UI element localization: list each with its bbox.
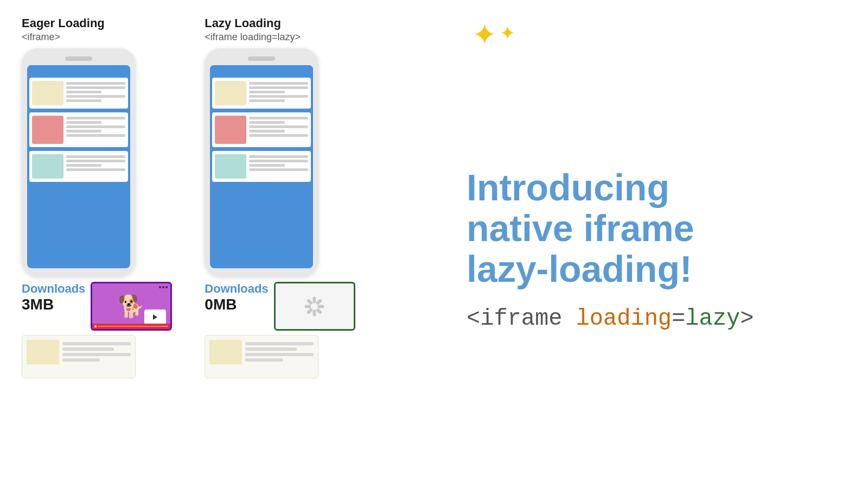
card-line	[66, 125, 125, 128]
lazy-label: Lazy Loading <iframe loading=lazy>	[205, 16, 355, 43]
code-iframe: <iframe	[467, 306, 576, 332]
card-image-1	[32, 81, 63, 105]
video-play-icon	[144, 309, 166, 325]
lazy-phone-mockup	[205, 48, 318, 276]
below-fold-line	[62, 358, 100, 362]
video-dots	[159, 286, 168, 288]
lazy-code: <iframe loading=lazy>	[205, 31, 355, 43]
right-section: Introducing native iframe lazy-loading! …	[434, 16, 846, 483]
card-line	[249, 117, 308, 119]
screen-card-3	[29, 151, 128, 182]
svg-rect-7	[307, 298, 314, 305]
below-fold-image-lazy	[209, 340, 242, 364]
lazy-downloads-text: Downloads 0MB	[205, 282, 268, 313]
eager-downloads-text: Downloads 3MB	[22, 282, 85, 313]
lazy-screen-card-2	[212, 112, 311, 147]
eager-title: Eager Loading	[22, 16, 172, 30]
below-fold-line	[245, 353, 314, 356]
lazy-loading-column: Lazy Loading <iframe loading=lazy>	[205, 16, 355, 483]
lazy-card-image-3	[215, 154, 246, 179]
headline-line1: Introducing	[467, 167, 669, 208]
card-image-2	[32, 116, 63, 144]
card-lines-3	[66, 154, 125, 171]
card-line	[66, 86, 125, 89]
headline-line3: lazy-loading!	[467, 248, 692, 289]
screen-top-bar-lazy	[210, 65, 313, 75]
card-line	[66, 168, 125, 171]
screen-top-bar	[27, 65, 130, 75]
code-lazy: lazy	[685, 306, 740, 332]
eager-downloads-label: Downloads	[22, 282, 85, 296]
svg-rect-5	[307, 307, 314, 314]
lazy-downloads-section: Downloads 0MB	[205, 282, 355, 331]
dog-icon: 🐕	[118, 294, 145, 319]
eager-loading-column: Eager Loading <iframe>	[22, 16, 172, 483]
card-line	[66, 95, 125, 98]
card-line	[249, 160, 308, 162]
below-fold-line	[245, 342, 314, 345]
eager-phone-mockup	[22, 48, 136, 276]
svg-rect-2	[318, 305, 324, 308]
lazy-card-image-1	[215, 81, 246, 105]
card-line	[249, 91, 284, 93]
sparkle-icon: ✦✦	[472, 17, 513, 52]
lazy-downloads-label: Downloads	[205, 282, 268, 296]
eager-below-fold-card	[22, 335, 136, 378]
below-fold-image-eager	[27, 340, 59, 364]
headline-text: Introducing native iframe lazy-loading!	[467, 167, 846, 289]
card-line	[249, 86, 308, 89]
below-fold-line	[245, 348, 297, 351]
screen-card-2	[29, 112, 128, 147]
left-section: Eager Loading <iframe>	[22, 16, 434, 483]
lazy-phone-screen	[210, 65, 313, 268]
svg-rect-3	[316, 307, 323, 314]
code-loading: loading	[576, 306, 672, 332]
card-line	[66, 99, 101, 102]
card-line	[249, 155, 308, 158]
svg-rect-0	[313, 296, 316, 303]
code-equals: =	[672, 306, 685, 332]
code-snippet: <iframe loading=lazy>	[467, 306, 846, 332]
card-line	[249, 99, 284, 102]
below-fold-line	[62, 348, 114, 351]
eager-phone-screen	[27, 65, 130, 268]
card-line	[249, 82, 308, 85]
card-lines-1	[66, 81, 125, 102]
lazy-card-lines-1	[249, 81, 308, 102]
eager-downloads-size: 3MB	[22, 296, 85, 313]
below-fold-line	[62, 353, 131, 356]
card-image-3	[32, 154, 63, 179]
card-line	[249, 134, 308, 137]
main-container: ✦✦ Eager Loading <iframe>	[0, 0, 868, 499]
code-close: >	[740, 306, 754, 332]
below-fold-line	[62, 342, 131, 345]
eager-downloads-section: Downloads 3MB 🐕	[22, 282, 172, 331]
bar-dot	[94, 325, 97, 327]
svg-rect-6	[305, 305, 311, 308]
card-line	[66, 134, 125, 137]
svg-rect-4	[313, 309, 316, 316]
loading-spinner-icon	[299, 292, 329, 321]
lazy-card-lines-2	[249, 116, 308, 137]
lazy-downloads-size: 0MB	[205, 296, 268, 313]
lazy-below-fold-card	[205, 335, 318, 378]
video-bar	[92, 324, 170, 329]
play-triangle	[153, 314, 157, 320]
card-line	[66, 121, 101, 124]
lazy-screen-card-1	[212, 78, 311, 109]
phone-notch	[65, 56, 92, 61]
dot	[159, 286, 161, 288]
lazy-card-lines-3	[249, 154, 308, 171]
card-line	[66, 164, 101, 167]
below-fold-lines-lazy	[245, 340, 314, 362]
card-line	[66, 82, 125, 85]
card-line	[249, 95, 308, 98]
eager-label: Eager Loading <iframe>	[22, 16, 172, 43]
card-line	[66, 155, 125, 158]
card-line	[249, 125, 308, 128]
below-fold-line	[245, 358, 283, 362]
lazy-card-image-2	[215, 116, 246, 144]
svg-rect-1	[316, 298, 323, 305]
card-line	[249, 168, 308, 171]
lazy-screen-card-3	[212, 151, 311, 182]
